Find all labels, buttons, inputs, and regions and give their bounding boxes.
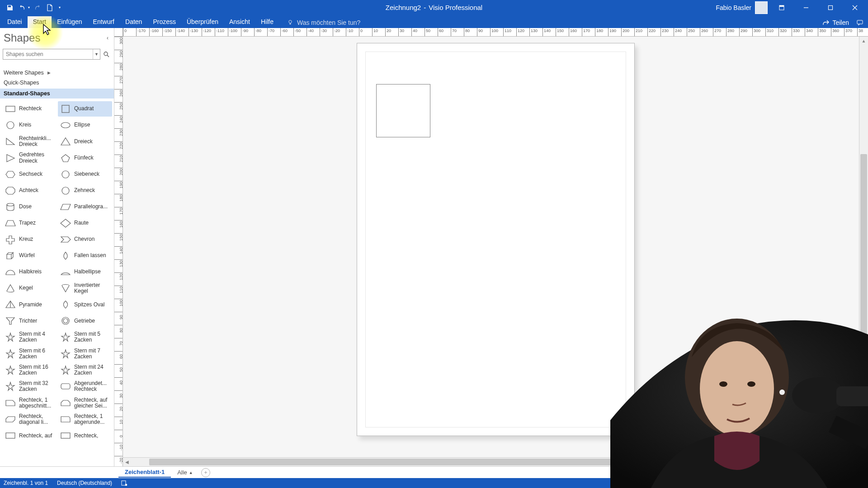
user-name[interactable]: Fabio Basler <box>716 4 751 11</box>
shape-item[interactable]: Stern mit 7 Zacken <box>58 346 112 361</box>
shape-item[interactable]: Zehneck <box>58 183 112 198</box>
shape-item[interactable]: Kreis <box>3 117 57 133</box>
shape-item[interactable]: Rechteck, diagonal li... <box>3 412 57 427</box>
shape-item[interactable]: Getriebe <box>58 313 112 328</box>
scrollbar-horizontal[interactable]: ◀ ▶ <box>123 457 859 466</box>
tell-me-search[interactable]: Was möchten Sie tun? <box>287 19 360 28</box>
shape-item[interactable]: Trapez <box>3 216 57 231</box>
ribbon-tab-start[interactable]: Start <box>28 16 52 28</box>
shape-label: Rechteck, <box>74 433 98 439</box>
minimize-button[interactable] <box>796 0 816 15</box>
comments-icon[interactable] <box>856 19 863 26</box>
shape-item[interactable]: Stern mit 24 Zacken <box>58 362 112 378</box>
ribbon-tab-ansicht[interactable]: Ansicht <box>224 16 255 28</box>
scrollbar-vertical[interactable]: ▲ ▼ <box>859 37 868 457</box>
shape-item[interactable]: Stern mit 5 Zacken <box>58 329 112 345</box>
close-button[interactable] <box>844 0 865 15</box>
shape-item[interactable]: Raute <box>58 216 112 231</box>
maximize-button[interactable] <box>820 0 841 15</box>
shape-item[interactable]: Siebeneck <box>58 167 112 182</box>
canvas-viewport[interactable] <box>123 37 859 457</box>
scroll-thumb-h[interactable] <box>149 459 624 465</box>
scroll-up-icon[interactable]: ▲ <box>859 37 868 45</box>
ribbon-tab-überprüfen[interactable]: Überprüfen <box>181 16 224 28</box>
shape-item[interactable]: Kegel <box>3 281 57 296</box>
shape-item[interactable]: Rechteck, 1 abgerunde... <box>58 412 112 427</box>
semicircle-icon <box>5 267 16 277</box>
shape-item[interactable]: Rechteck, 1 abgeschnitt... <box>3 395 57 411</box>
shape-item[interactable]: Fallen lassen <box>58 248 112 263</box>
language-status[interactable]: Deutsch (Deutschland) <box>57 480 112 486</box>
share-button[interactable]: Teilen <box>822 19 849 26</box>
shape-item[interactable]: Achteck <box>3 183 57 198</box>
shape-item[interactable]: Rechteck, auf gleicher Sei... <box>58 395 112 411</box>
all-pages-menu[interactable]: Alle ▲ <box>177 469 193 476</box>
shape-rectangle[interactable] <box>376 84 430 137</box>
ribbon-tab-hilfe[interactable]: Hilfe <box>255 16 279 28</box>
shape-item[interactable]: Spitzes Oval <box>58 297 112 312</box>
right-tri-icon <box>5 136 16 146</box>
page-tab-active[interactable]: Zeichenblatt-1 <box>118 467 171 478</box>
save-button[interactable] <box>5 2 15 13</box>
shape-item[interactable]: Sechseck <box>3 167 57 182</box>
ruler-vertical[interactable]: 3002902802702602502402302202102001901801… <box>114 37 123 466</box>
undo-dropdown-icon[interactable]: ▾ <box>28 5 30 9</box>
shapes-search-button[interactable] <box>101 49 111 60</box>
shape-label: Trichter <box>19 318 37 324</box>
undo-button[interactable] <box>17 2 28 13</box>
ribbon-tab-prozess[interactable]: Prozess <box>147 16 181 28</box>
shape-item[interactable]: Pyramide <box>3 297 57 312</box>
shape-item[interactable]: Rechteck, <box>58 428 112 443</box>
shape-item[interactable]: Halbellipse <box>58 264 112 280</box>
scroll-down-icon[interactable]: ▼ <box>859 449 868 457</box>
ruler-horizontal[interactable]: 0-170-160-150-140-130-120-110-100-90-80-… <box>123 28 868 37</box>
ruler-tick: 350 <box>818 28 831 37</box>
shape-item[interactable]: Kreuz <box>3 232 57 247</box>
redo-button[interactable] <box>32 2 42 13</box>
shape-item[interactable]: Ellipse <box>58 117 112 133</box>
scroll-left-icon[interactable]: ◀ <box>123 458 131 466</box>
shape-item[interactable]: Rechtwinkli... Dreieck <box>3 134 57 149</box>
shape-item[interactable]: Dreieck <box>58 134 112 149</box>
scroll-thumb-v[interactable] <box>860 154 867 353</box>
shape-item[interactable]: Rechteck <box>3 101 57 117</box>
shape-item[interactable]: Quadrat <box>58 101 112 117</box>
qat-customize-icon[interactable]: ▾ <box>59 5 61 9</box>
shape-item[interactable]: Parallelogra... <box>58 199 112 215</box>
shape-item[interactable]: Gedrehtes Dreieck <box>3 150 57 165</box>
shapes-search-combo[interactable]: ▼ <box>3 49 100 60</box>
quick-access-toolbar: ▾ ▾ <box>0 2 61 13</box>
shape-item[interactable]: Trichter <box>3 313 57 328</box>
add-page-button[interactable]: ＋ <box>201 468 210 477</box>
shape-item[interactable]: Stern mit 16 Zacken <box>3 362 57 378</box>
shape-item[interactable]: Abgerundet... Rechteck <box>58 379 112 394</box>
shape-item[interactable]: Stern mit 32 Zacken <box>3 379 57 394</box>
shapes-search-input[interactable] <box>3 51 93 57</box>
shape-item[interactable]: Stern mit 6 Zacken <box>3 346 57 361</box>
ribbon-tab-datei[interactable]: Datei <box>2 16 28 28</box>
scroll-right-icon[interactable]: ▶ <box>851 458 859 466</box>
ribbon-tab-einfügen[interactable]: Einfügen <box>52 16 87 28</box>
ribbon-tab-daten[interactable]: Daten <box>120 16 147 28</box>
drawing-page[interactable] <box>357 43 635 436</box>
fit-window-icon[interactable] <box>858 480 864 486</box>
standard-shapes-tab[interactable]: Standard-Shapes <box>0 89 114 99</box>
collapse-panel-button[interactable]: ‹ <box>107 35 109 41</box>
shape-item[interactable]: Chevron <box>58 232 112 247</box>
ribbon-display-button[interactable] <box>771 0 792 15</box>
more-shapes-menu[interactable]: Weitere Shapes ▶ <box>0 68 114 78</box>
shape-item[interactable]: Stern mit 4 Zacken <box>3 329 57 345</box>
page-info[interactable]: Zeichenbl. 1 von 1 <box>4 480 48 486</box>
macro-record-icon[interactable] <box>121 480 127 486</box>
new-doc-button[interactable] <box>44 2 55 13</box>
chevron-down-icon[interactable]: ▼ <box>93 49 100 59</box>
shape-item[interactable]: Fünfeck <box>58 150 112 165</box>
avatar[interactable] <box>755 1 768 14</box>
shape-item[interactable]: Würfel <box>3 248 57 263</box>
ribbon-tab-entwurf[interactable]: Entwurf <box>88 16 120 28</box>
shape-item[interactable]: Halbkreis <box>3 264 57 280</box>
shape-item[interactable]: Invertierter Kegel <box>58 281 112 296</box>
shape-item[interactable]: Rechteck, auf <box>3 428 57 443</box>
quick-shapes-tab[interactable]: Quick-Shapes <box>0 78 114 88</box>
shape-item[interactable]: Dose <box>3 199 57 215</box>
